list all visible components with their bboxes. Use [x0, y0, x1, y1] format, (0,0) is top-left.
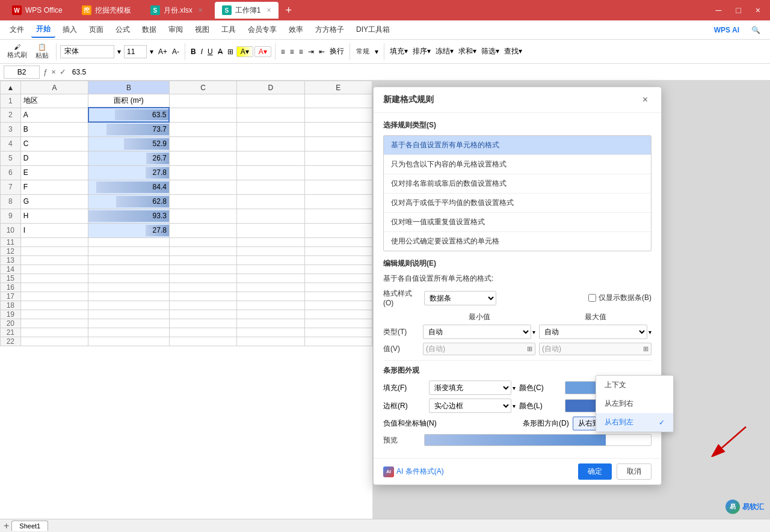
cell-c17[interactable]	[169, 292, 236, 301]
menu-efficiency[interactable]: 效率	[284, 22, 308, 37]
cell-a19[interactable]	[20, 310, 88, 319]
cell-a16[interactable]	[20, 283, 88, 292]
cell-d11[interactable]	[237, 237, 304, 246]
cell-e16[interactable]	[304, 283, 372, 292]
col-header-e[interactable]: E	[304, 81, 372, 94]
cell-d13[interactable]	[237, 255, 304, 264]
cell-b6[interactable]: 27.8	[88, 165, 170, 180]
cell-e1[interactable]	[304, 94, 372, 108]
cell-e15[interactable]	[304, 274, 372, 283]
cell-d20[interactable]	[237, 319, 304, 328]
cell-b14[interactable]	[88, 264, 170, 274]
cell-reference-input[interactable]	[4, 66, 40, 79]
wrap-text[interactable]: 换行	[328, 46, 346, 57]
cell-d10[interactable]	[237, 223, 304, 237]
cell-a5[interactable]: D	[20, 151, 88, 165]
new-tab-button[interactable]: +	[286, 4, 292, 17]
find-button[interactable]: 查找▾	[502, 46, 524, 57]
cell-b4[interactable]: 52.9	[88, 136, 170, 151]
yuefen-tab[interactable]: S 月份.xlsx ×	[143, 2, 210, 19]
direction-option-0[interactable]: 上下文	[596, 376, 673, 394]
cell-a21[interactable]	[20, 328, 88, 337]
cell-c4[interactable]	[169, 136, 236, 151]
cell-d3[interactable]	[237, 122, 304, 136]
cancel-button[interactable]: 取消	[617, 463, 651, 480]
cell-b21[interactable]	[88, 328, 170, 337]
cell-a18[interactable]	[20, 301, 88, 310]
align-right[interactable]: ≡	[297, 47, 305, 57]
cell-d1[interactable]	[237, 94, 304, 108]
cell-e7[interactable]	[304, 180, 372, 194]
col-header-a[interactable]: A	[20, 81, 88, 94]
menu-tools[interactable]: 工具	[217, 22, 241, 37]
indent[interactable]: ⇥	[306, 47, 316, 57]
cell-a4[interactable]: C	[20, 136, 88, 151]
expand-formula-icon[interactable]: ×	[51, 67, 56, 76]
gongzuo-close[interactable]: ×	[267, 6, 271, 14]
dialog-close-button[interactable]: ×	[639, 93, 651, 106]
col-header-d[interactable]: D	[237, 81, 304, 94]
maximize-button[interactable]: □	[731, 4, 745, 16]
cell-b20[interactable]	[88, 319, 170, 328]
cell-a15[interactable]	[20, 274, 88, 283]
cell-e18[interactable]	[304, 301, 372, 310]
cell-e21[interactable]	[304, 328, 372, 337]
cell-c11[interactable]	[169, 237, 236, 246]
show-data-only-checkbox[interactable]	[588, 294, 596, 302]
cell-e13[interactable]	[304, 255, 372, 264]
cell-c21[interactable]	[169, 328, 236, 337]
cell-d5[interactable]	[237, 151, 304, 165]
col-header-c[interactable]: C	[169, 81, 236, 94]
cell-b16[interactable]	[88, 283, 170, 292]
menu-diy[interactable]: DIY工具箱	[351, 22, 395, 37]
rule-item-0[interactable]: 基于各自值设置所有单元格的格式	[384, 136, 651, 155]
add-sheet-button[interactable]: +	[4, 521, 9, 531]
cell-a6[interactable]: E	[20, 165, 88, 180]
font-name-input[interactable]	[60, 45, 114, 58]
cell-e6[interactable]	[304, 165, 372, 180]
menu-insert[interactable]: 插入	[58, 22, 82, 37]
font-name-dropdown[interactable]: ▾	[116, 47, 123, 57]
cell-e8[interactable]	[304, 194, 372, 209]
formula-input[interactable]	[70, 67, 766, 78]
cell-e4[interactable]	[304, 136, 372, 151]
sort-button[interactable]: 排序▾	[411, 46, 433, 57]
cell-e20[interactable]	[304, 319, 372, 328]
cell-b5[interactable]: 26.7	[88, 151, 170, 165]
max-value-input[interactable]: (自动)	[542, 344, 643, 354]
menu-fangfang[interactable]: 方方格子	[310, 22, 349, 37]
rule-item-4[interactable]: 仅对唯一值或重复值设置格式	[384, 213, 651, 232]
cell-e12[interactable]	[304, 246, 372, 255]
ai-conditional-format-button[interactable]: AI AI 条件格式(A)	[383, 466, 444, 477]
menu-data[interactable]: 数据	[137, 22, 161, 37]
gongzuo-tab[interactable]: S 工作簿1 ×	[215, 2, 279, 19]
cell-d9[interactable]	[237, 209, 304, 223]
cell-a20[interactable]	[20, 319, 88, 328]
menu-wps-ai[interactable]: WPS AI	[709, 23, 744, 37]
cell-a17[interactable]	[20, 292, 88, 301]
menu-formula[interactable]: 公式	[111, 22, 135, 37]
ok-button[interactable]: 确定	[578, 463, 612, 480]
cell-c16[interactable]	[169, 283, 236, 292]
cell-a7[interactable]: F	[20, 180, 88, 194]
cell-b15[interactable]	[88, 274, 170, 283]
filter-button[interactable]: 筛选▾	[479, 46, 501, 57]
menu-start[interactable]: 开始	[31, 22, 55, 38]
cell-c15[interactable]	[169, 274, 236, 283]
outdent[interactable]: ⇤	[317, 47, 327, 57]
sum-button[interactable]: 求和▾	[457, 46, 478, 57]
cell-c3[interactable]	[169, 122, 236, 136]
cell-e10[interactable]	[304, 223, 372, 237]
col-header-b[interactable]: B	[88, 81, 170, 94]
cell-a10[interactable]: I	[20, 223, 88, 237]
fill-color-button[interactable]: A▾	[236, 46, 253, 57]
fill-button[interactable]: 填充▾	[388, 46, 410, 57]
cell-a8[interactable]: G	[20, 194, 88, 209]
jucai-tab[interactable]: 挖 挖掘壳模板	[75, 2, 138, 19]
cell-b11[interactable]	[88, 237, 170, 246]
cell-c8[interactable]	[169, 194, 236, 209]
cell-a2[interactable]: A	[20, 108, 88, 122]
cell-a11[interactable]	[20, 237, 88, 246]
cell-d16[interactable]	[237, 283, 304, 292]
cell-c18[interactable]	[169, 301, 236, 310]
